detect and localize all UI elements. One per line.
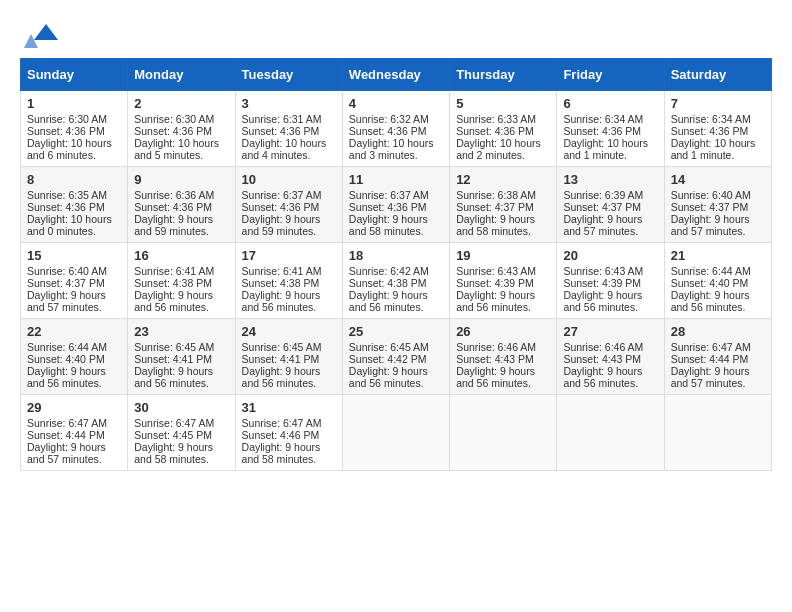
sunrise-text: Sunrise: 6:32 AM bbox=[349, 113, 429, 125]
calendar-cell: 4Sunrise: 6:32 AMSunset: 4:36 PMDaylight… bbox=[342, 91, 449, 167]
daylight-text: Daylight: 9 hours and 57 minutes. bbox=[27, 289, 106, 313]
sunset-text: Sunset: 4:37 PM bbox=[456, 201, 534, 213]
calendar-cell: 29Sunrise: 6:47 AMSunset: 4:44 PMDayligh… bbox=[21, 395, 128, 471]
sunrise-text: Sunrise: 6:43 AM bbox=[456, 265, 536, 277]
daylight-text: Daylight: 9 hours and 58 minutes. bbox=[349, 213, 428, 237]
daylight-text: Daylight: 9 hours and 56 minutes. bbox=[563, 289, 642, 313]
sunset-text: Sunset: 4:40 PM bbox=[27, 353, 105, 365]
day-number: 24 bbox=[242, 324, 336, 339]
sunset-text: Sunset: 4:40 PM bbox=[671, 277, 749, 289]
sunrise-text: Sunrise: 6:45 AM bbox=[349, 341, 429, 353]
sunset-text: Sunset: 4:37 PM bbox=[27, 277, 105, 289]
calendar-cell: 8Sunrise: 6:35 AMSunset: 4:36 PMDaylight… bbox=[21, 167, 128, 243]
day-number: 3 bbox=[242, 96, 336, 111]
day-number: 16 bbox=[134, 248, 228, 263]
sunset-text: Sunset: 4:39 PM bbox=[563, 277, 641, 289]
sunset-text: Sunset: 4:36 PM bbox=[27, 201, 105, 213]
day-number: 21 bbox=[671, 248, 765, 263]
sunset-text: Sunset: 4:42 PM bbox=[349, 353, 427, 365]
sunrise-text: Sunrise: 6:40 AM bbox=[27, 265, 107, 277]
day-number: 19 bbox=[456, 248, 550, 263]
sunset-text: Sunset: 4:36 PM bbox=[242, 201, 320, 213]
calendar-cell: 28Sunrise: 6:47 AMSunset: 4:44 PMDayligh… bbox=[664, 319, 771, 395]
daylight-text: Daylight: 10 hours and 2 minutes. bbox=[456, 137, 541, 161]
logo bbox=[20, 20, 60, 48]
daylight-text: Daylight: 9 hours and 57 minutes. bbox=[27, 441, 106, 465]
sunrise-text: Sunrise: 6:47 AM bbox=[27, 417, 107, 429]
day-number: 22 bbox=[27, 324, 121, 339]
sunrise-text: Sunrise: 6:30 AM bbox=[27, 113, 107, 125]
calendar-table: SundayMondayTuesdayWednesdayThursdayFrid… bbox=[20, 58, 772, 471]
calendar-cell: 13Sunrise: 6:39 AMSunset: 4:37 PMDayligh… bbox=[557, 167, 664, 243]
sunrise-text: Sunrise: 6:45 AM bbox=[242, 341, 322, 353]
calendar-cell: 16Sunrise: 6:41 AMSunset: 4:38 PMDayligh… bbox=[128, 243, 235, 319]
daylight-text: Daylight: 9 hours and 56 minutes. bbox=[242, 365, 321, 389]
sunset-text: Sunset: 4:36 PM bbox=[456, 125, 534, 137]
daylight-text: Daylight: 9 hours and 57 minutes. bbox=[671, 213, 750, 237]
daylight-text: Daylight: 9 hours and 56 minutes. bbox=[456, 289, 535, 313]
day-number: 12 bbox=[456, 172, 550, 187]
weekday-header: Friday bbox=[557, 59, 664, 91]
calendar-cell: 31Sunrise: 6:47 AMSunset: 4:46 PMDayligh… bbox=[235, 395, 342, 471]
sunset-text: Sunset: 4:46 PM bbox=[242, 429, 320, 441]
page-header bbox=[20, 20, 772, 48]
calendar-cell: 11Sunrise: 6:37 AMSunset: 4:36 PMDayligh… bbox=[342, 167, 449, 243]
svg-marker-0 bbox=[34, 24, 58, 40]
daylight-text: Daylight: 9 hours and 59 minutes. bbox=[134, 213, 213, 237]
calendar-cell: 17Sunrise: 6:41 AMSunset: 4:38 PMDayligh… bbox=[235, 243, 342, 319]
calendar-cell: 6Sunrise: 6:34 AMSunset: 4:36 PMDaylight… bbox=[557, 91, 664, 167]
day-number: 10 bbox=[242, 172, 336, 187]
weekday-header: Sunday bbox=[21, 59, 128, 91]
sunset-text: Sunset: 4:44 PM bbox=[27, 429, 105, 441]
day-number: 31 bbox=[242, 400, 336, 415]
calendar-cell: 21Sunrise: 6:44 AMSunset: 4:40 PMDayligh… bbox=[664, 243, 771, 319]
calendar-cell: 1Sunrise: 6:30 AMSunset: 4:36 PMDaylight… bbox=[21, 91, 128, 167]
sunset-text: Sunset: 4:37 PM bbox=[563, 201, 641, 213]
day-number: 28 bbox=[671, 324, 765, 339]
sunrise-text: Sunrise: 6:31 AM bbox=[242, 113, 322, 125]
sunset-text: Sunset: 4:36 PM bbox=[27, 125, 105, 137]
sunrise-text: Sunrise: 6:46 AM bbox=[456, 341, 536, 353]
sunrise-text: Sunrise: 6:35 AM bbox=[27, 189, 107, 201]
daylight-text: Daylight: 10 hours and 5 minutes. bbox=[134, 137, 219, 161]
calendar-cell: 20Sunrise: 6:43 AMSunset: 4:39 PMDayligh… bbox=[557, 243, 664, 319]
calendar-cell: 22Sunrise: 6:44 AMSunset: 4:40 PMDayligh… bbox=[21, 319, 128, 395]
calendar-cell: 30Sunrise: 6:47 AMSunset: 4:45 PMDayligh… bbox=[128, 395, 235, 471]
daylight-text: Daylight: 10 hours and 1 minute. bbox=[671, 137, 756, 161]
sunset-text: Sunset: 4:43 PM bbox=[456, 353, 534, 365]
daylight-text: Daylight: 9 hours and 58 minutes. bbox=[242, 441, 321, 465]
daylight-text: Daylight: 9 hours and 56 minutes. bbox=[349, 289, 428, 313]
calendar-cell: 5Sunrise: 6:33 AMSunset: 4:36 PMDaylight… bbox=[450, 91, 557, 167]
calendar-week-row: 15Sunrise: 6:40 AMSunset: 4:37 PMDayligh… bbox=[21, 243, 772, 319]
sunrise-text: Sunrise: 6:47 AM bbox=[671, 341, 751, 353]
sunrise-text: Sunrise: 6:44 AM bbox=[671, 265, 751, 277]
sunset-text: Sunset: 4:37 PM bbox=[671, 201, 749, 213]
sunset-text: Sunset: 4:41 PM bbox=[134, 353, 212, 365]
sunset-text: Sunset: 4:36 PM bbox=[134, 125, 212, 137]
day-number: 23 bbox=[134, 324, 228, 339]
calendar-cell: 9Sunrise: 6:36 AMSunset: 4:36 PMDaylight… bbox=[128, 167, 235, 243]
sunset-text: Sunset: 4:44 PM bbox=[671, 353, 749, 365]
sunset-text: Sunset: 4:41 PM bbox=[242, 353, 320, 365]
calendar-week-row: 29Sunrise: 6:47 AMSunset: 4:44 PMDayligh… bbox=[21, 395, 772, 471]
daylight-text: Daylight: 9 hours and 56 minutes. bbox=[134, 289, 213, 313]
sunrise-text: Sunrise: 6:34 AM bbox=[671, 113, 751, 125]
sunrise-text: Sunrise: 6:33 AM bbox=[456, 113, 536, 125]
sunrise-text: Sunrise: 6:41 AM bbox=[134, 265, 214, 277]
day-number: 18 bbox=[349, 248, 443, 263]
sunset-text: Sunset: 4:36 PM bbox=[134, 201, 212, 213]
day-number: 25 bbox=[349, 324, 443, 339]
daylight-text: Daylight: 10 hours and 1 minute. bbox=[563, 137, 648, 161]
sunset-text: Sunset: 4:36 PM bbox=[349, 125, 427, 137]
calendar-cell: 26Sunrise: 6:46 AMSunset: 4:43 PMDayligh… bbox=[450, 319, 557, 395]
calendar-cell bbox=[342, 395, 449, 471]
day-number: 1 bbox=[27, 96, 121, 111]
day-number: 26 bbox=[456, 324, 550, 339]
sunset-text: Sunset: 4:43 PM bbox=[563, 353, 641, 365]
calendar-cell: 23Sunrise: 6:45 AMSunset: 4:41 PMDayligh… bbox=[128, 319, 235, 395]
sunset-text: Sunset: 4:38 PM bbox=[134, 277, 212, 289]
sunset-text: Sunset: 4:36 PM bbox=[242, 125, 320, 137]
daylight-text: Daylight: 10 hours and 3 minutes. bbox=[349, 137, 434, 161]
sunrise-text: Sunrise: 6:30 AM bbox=[134, 113, 214, 125]
sunrise-text: Sunrise: 6:43 AM bbox=[563, 265, 643, 277]
